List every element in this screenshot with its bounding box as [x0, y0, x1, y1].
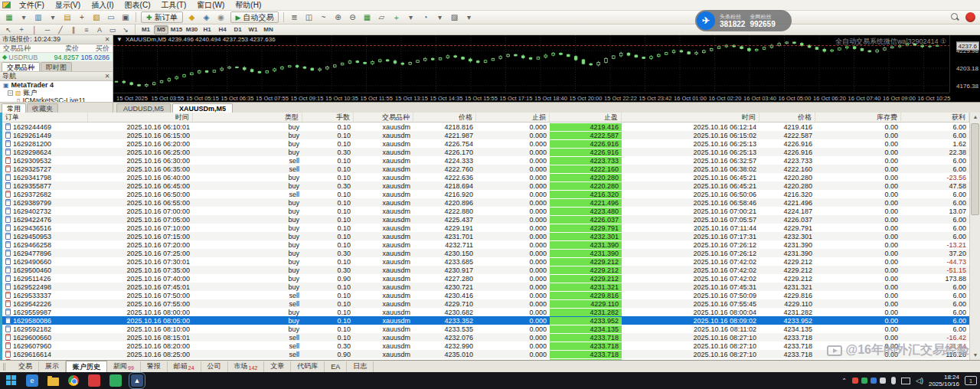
tray-app-icon-3[interactable]: [880, 378, 886, 384]
scroll-up-icon[interactable]: ▲: [970, 113, 980, 122]
chart-window[interactable]: ▼ XAUUSDm,M5 4239.496 4240.494 4237.253 …: [113, 35, 980, 102]
tray-app-icon-0[interactable]: [852, 378, 858, 384]
periods-icon[interactable]: ◔: [418, 11, 432, 23]
profiles-icon[interactable]: ▥: [31, 11, 45, 23]
order-row[interactable]: 16295114262025.10.16 07:40:00buy0.90xauu…: [2, 274, 969, 283]
order-row[interactable]: 16293897992025.10.16 06:55:00buy0.10xauu…: [2, 198, 969, 207]
volume-icon[interactable]: ◁): [916, 377, 923, 384]
terminal-icon[interactable]: ▭: [104, 11, 118, 23]
terminal-tab-警报[interactable]: 警报: [141, 361, 168, 372]
order-row[interactable]: 16295800862025.10.16 08:05:00buy0.10xauu…: [2, 316, 969, 325]
order-row[interactable]: 16293558772025.10.16 06:45:00buy0.30xauu…: [2, 181, 969, 190]
start-button[interactable]: [6, 375, 17, 386]
col-header-11[interactable]: 获利: [901, 113, 969, 122]
taskbar-chrome-icon[interactable]: [68, 375, 79, 386]
terminal-tab-公司[interactable]: 公司: [201, 361, 228, 372]
market-watch-icon[interactable]: ▤: [60, 11, 74, 23]
zoom-in-icon[interactable]: ⊕: [331, 11, 345, 23]
terminal-tab-交易[interactable]: 交易: [12, 361, 39, 372]
timeframe-m1[interactable]: M1: [139, 25, 153, 34]
order-row[interactable]: 16294365162025.10.16 07:10:00buy0.10xauu…: [2, 224, 969, 232]
order-row[interactable]: 16294662582025.10.16 07:20:00buy0.10xauu…: [2, 240, 969, 249]
timeframe-mn[interactable]: MN: [261, 25, 276, 34]
taskbar-folder-icon[interactable]: [47, 378, 59, 386]
arrange-icon[interactable]: ▱: [374, 11, 388, 23]
close-icon[interactable]: ✕: [104, 73, 110, 80]
taskbar-clock[interactable]: 18:24 2025/10/16: [929, 374, 959, 387]
terminal-tab-代码库[interactable]: 代码库: [291, 361, 325, 372]
order-row[interactable]: 16296079602025.10.16 08:20:00sell0.30xau…: [2, 342, 969, 350]
draw-tool-icon-5[interactable]: ∥: [67, 25, 80, 34]
bar-chart-icon[interactable]: ≣: [287, 11, 301, 23]
templates-icon[interactable]: ▨: [447, 11, 461, 23]
indicators-icon[interactable]: ＋: [389, 11, 403, 23]
order-row[interactable]: 16293417982025.10.16 06:40:00buy0.10xauu…: [2, 173, 969, 181]
draw-tool-icon-2[interactable]: │: [28, 25, 41, 34]
order-row[interactable]: 16292614492025.10.16 06:15:00buy0.10xauu…: [2, 131, 969, 139]
menu-帮助[interactable]: 帮助(H): [230, 0, 266, 10]
draw-tool-icon-6[interactable]: ≡: [80, 25, 93, 34]
draw-tool-icon-9[interactable]: ↘: [119, 25, 132, 34]
mw-tab-交易品种[interactable]: 交易品种: [2, 62, 40, 71]
new-order-button[interactable]: ✚ 新订单: [141, 11, 183, 23]
menu-显示[interactable]: 显示(V): [50, 0, 86, 10]
order-row[interactable]: 16296166142025.10.16 08:25:00sell0.90xau…: [2, 350, 969, 358]
data-window-icon[interactable]: +: [75, 11, 89, 23]
tray-app-icon-1[interactable]: [861, 378, 867, 384]
col-header-4[interactable]: 交易品种: [354, 113, 413, 122]
draw-tool-icon-3[interactable]: ─: [41, 25, 54, 34]
menu-工具[interactable]: 工具(T): [155, 0, 191, 10]
taskbar-app-green-icon[interactable]: [109, 374, 122, 387]
draw-tool-icon-8[interactable]: ▭: [106, 25, 119, 34]
search-icon[interactable]: [951, 13, 959, 21]
col-header-5[interactable]: 价格: [413, 113, 476, 122]
menu-插入[interactable]: 插入(I): [86, 0, 119, 10]
timeframe-h1[interactable]: H1: [200, 25, 214, 34]
terminal-tab-展示[interactable]: 展示: [39, 361, 66, 372]
close-icon[interactable]: ✕: [104, 36, 110, 43]
order-row[interactable]: 16295422262025.10.16 07:55:00sell0.10xau…: [2, 299, 969, 308]
col-header-7[interactable]: 止盈: [550, 113, 622, 122]
terminal-tab-新闻[interactable]: 新闻99: [107, 361, 141, 372]
scrollbar-thumb[interactable]: [971, 123, 979, 215]
tray-app-icon-2[interactable]: [871, 378, 877, 384]
strategy-tester-icon[interactable]: ▣: [119, 11, 132, 23]
tile-windows-icon[interactable]: ▦: [360, 11, 374, 23]
col-header-10[interactable]: 库存费: [815, 113, 901, 122]
mic-icon[interactable]: [891, 377, 896, 384]
order-row[interactable]: 16293726822025.10.16 06:50:00sell0.10xau…: [2, 190, 969, 198]
order-row[interactable]: 16292444692025.10.16 06:10:01buy0.10xauu…: [2, 123, 969, 131]
draw-tool-icon-1[interactable]: ＋: [15, 25, 28, 34]
timeframe-m5[interactable]: M5: [154, 25, 168, 34]
scroll-down-icon[interactable]: ▼: [970, 351, 980, 360]
nav-tab-收藏夹[interactable]: 收藏夹: [27, 103, 58, 113]
timeframe-w1[interactable]: W1: [246, 25, 260, 34]
taskbar-mt4-icon[interactable]: ▲: [131, 374, 143, 387]
col-header-9[interactable]: 价格: [760, 113, 815, 122]
order-row[interactable]: 16294509532025.10.16 07:15:00buy0.10xauu…: [2, 232, 969, 240]
col-header-1[interactable]: 时间: [88, 113, 193, 122]
draw-tool-icon-4[interactable]: ╱: [54, 25, 67, 34]
order-row[interactable]: 16296006602025.10.16 08:15:01sell0.10xau…: [2, 333, 969, 342]
timeframe-m30[interactable]: M30: [185, 25, 199, 34]
order-row[interactable]: 16295224982025.10.16 07:45:01buy0.10xauu…: [2, 283, 969, 291]
col-header-6[interactable]: 止损: [476, 113, 550, 122]
tray-chevron-icon[interactable]: ⌃: [841, 378, 847, 384]
navigator-icon[interactable]: ▧: [90, 11, 103, 23]
order-row[interactable]: 16294027322025.10.16 07:00:00buy0.10xauu…: [2, 207, 969, 215]
menu-图表[interactable]: 图表(C): [119, 0, 156, 10]
menu-窗口[interactable]: 窗口(W): [191, 0, 230, 10]
chart-tab-AUDUSD,M5[interactable]: AUDUSD,M5: [116, 103, 171, 113]
terminal-tab-文章[interactable]: 文章: [264, 361, 291, 372]
order-row[interactable]: 16293257272025.10.16 06:35:00sell0.10xau…: [2, 165, 969, 173]
order-row[interactable]: 16292812002025.10.16 06:20:00buy0.10xauu…: [2, 139, 969, 148]
terminal-tab-账户历史[interactable]: 账户历史: [66, 361, 107, 373]
expert-advisors-icon[interactable]: ◆: [185, 11, 199, 23]
notification-icon[interactable]: 1: [965, 376, 977, 385]
order-row[interactable]: 16295599872025.10.16 08:00:00buy0.10xauu…: [2, 308, 969, 316]
col-header-3[interactable]: 手数: [302, 113, 354, 122]
expander-icon[interactable]: −: [8, 90, 13, 96]
chevron-down-icon[interactable]: ▾: [403, 11, 417, 23]
terminal-tab-邮箱[interactable]: 邮箱24: [168, 361, 201, 372]
zoom-out-icon[interactable]: ⊖: [345, 11, 359, 23]
